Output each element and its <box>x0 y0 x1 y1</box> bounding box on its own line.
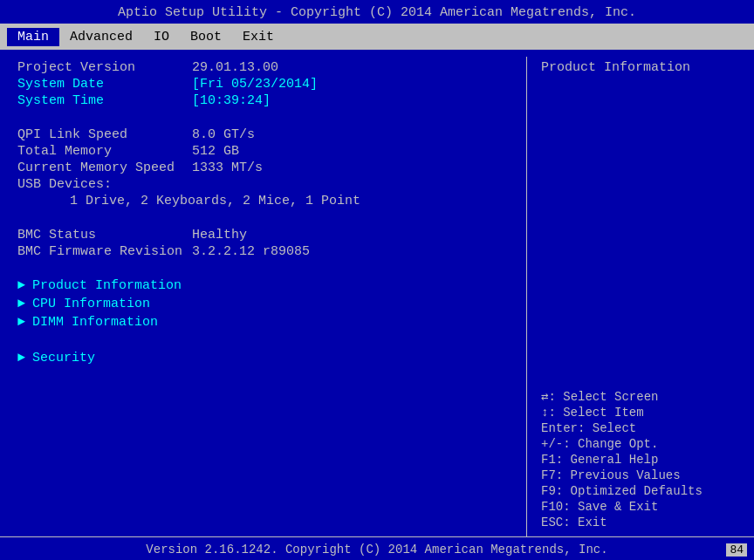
project-version-value: 29.01.13.00 <box>192 60 278 75</box>
menu-bar: Main Advanced IO Boot Exit <box>0 24 754 50</box>
system-date-label: System Date <box>17 77 192 92</box>
help-select-item: ↕: Select Item <box>541 406 740 420</box>
memory-speed-label: Current Memory Speed <box>17 160 192 175</box>
arrow-icon-security: ► <box>17 351 25 365</box>
usb-devices-label: USB Devices: <box>17 177 192 192</box>
arrow-icon-cpu: ► <box>17 297 25 311</box>
total-memory-row: Total Memory 512 GB <box>17 144 512 159</box>
nav-cpu-info[interactable]: ► CPU Information <box>17 297 512 311</box>
footer: Version 2.16.1242. Copyright (C) 2014 Am… <box>0 536 754 560</box>
nav-dimm-info[interactable]: ► DIMM Information <box>17 315 512 330</box>
content-area: Project Version 29.01.13.00 System Date … <box>0 50 754 536</box>
menu-item-advanced[interactable]: Advanced <box>59 28 143 46</box>
bmc-status-label: BMC Status <box>17 228 192 242</box>
arrow-icon-product: ► <box>17 278 25 293</box>
nav-security[interactable]: ► Security <box>17 351 512 365</box>
system-time-row: System Time [10:39:24] <box>17 93 512 108</box>
total-memory-label: Total Memory <box>17 144 192 159</box>
help-f10: F10: Save & Exit <box>541 500 740 514</box>
system-date-row: System Date [Fri 05/23/2014] <box>17 77 512 92</box>
right-panel: Product Information ⇄: Select Screen ↕: … <box>527 57 754 536</box>
qpi-speed-value: 8.0 GT/s <box>192 127 255 142</box>
title-text: Aptio Setup Utility - Copyright (C) 2014… <box>118 5 636 20</box>
total-memory-value: 512 GB <box>192 144 239 159</box>
help-f7: F7: Previous Values <box>541 468 740 482</box>
system-time-value[interactable]: [10:39:24] <box>192 93 271 108</box>
bmc-firmware-value: 3.2.2.12 r89085 <box>192 244 310 259</box>
usb-devices-row: USB Devices: <box>17 177 512 192</box>
nav-product-info-label: Product Information <box>32 278 182 293</box>
help-enter: Enter: Select <box>541 421 740 435</box>
nav-product-info[interactable]: ► Product Information <box>17 278 512 293</box>
nav-cpu-info-label: CPU Information <box>32 297 150 311</box>
usb-devices-detail: 1 Drive, 2 Keyboards, 2 Mice, 1 Point <box>17 194 512 208</box>
project-version-row: Project Version 29.01.13.00 <box>17 60 512 75</box>
help-f9: F9: Optimized Defaults <box>541 484 740 498</box>
bmc-status-row: BMC Status Healthy <box>17 228 512 242</box>
nav-dimm-info-label: DIMM Information <box>32 315 158 330</box>
help-section: ⇄: Select Screen ↕: Select Item Enter: S… <box>541 389 740 529</box>
nav-security-label: Security <box>32 351 95 365</box>
title-bar: Aptio Setup Utility - Copyright (C) 2014… <box>0 0 754 24</box>
help-esc: ESC: Exit <box>541 516 740 529</box>
memory-speed-row: Current Memory Speed 1333 MT/s <box>17 160 512 175</box>
menu-item-main[interactable]: Main <box>7 28 59 46</box>
qpi-speed-label: QPI Link Speed <box>17 127 192 142</box>
menu-item-io[interactable]: IO <box>143 28 180 46</box>
footer-badge: 84 <box>726 543 747 557</box>
system-date-value[interactable]: [Fri 05/23/2014] <box>192 77 318 92</box>
help-select-screen: ⇄: Select Screen <box>541 389 740 404</box>
bios-screen: Aptio Setup Utility - Copyright (C) 2014… <box>0 0 754 560</box>
bmc-firmware-label: BMC Firmware Revision <box>17 244 192 259</box>
project-version-label: Project Version <box>17 60 192 75</box>
help-change-opt: +/-: Change Opt. <box>541 437 740 451</box>
left-panel: Project Version 29.01.13.00 System Date … <box>0 57 527 536</box>
right-panel-title: Product Information <box>541 60 740 75</box>
memory-speed-value: 1333 MT/s <box>192 160 263 175</box>
bmc-status-value: Healthy <box>192 228 247 242</box>
footer-text: Version 2.16.1242. Copyright (C) 2014 Am… <box>146 543 607 557</box>
system-time-label: System Time <box>17 93 192 108</box>
qpi-speed-row: QPI Link Speed 8.0 GT/s <box>17 127 512 142</box>
arrow-icon-dimm: ► <box>17 315 25 330</box>
menu-item-boot[interactable]: Boot <box>180 28 232 46</box>
help-f1: F1: General Help <box>541 453 740 467</box>
bmc-firmware-row: BMC Firmware Revision 3.2.2.12 r89085 <box>17 244 512 259</box>
menu-item-exit[interactable]: Exit <box>232 28 284 46</box>
